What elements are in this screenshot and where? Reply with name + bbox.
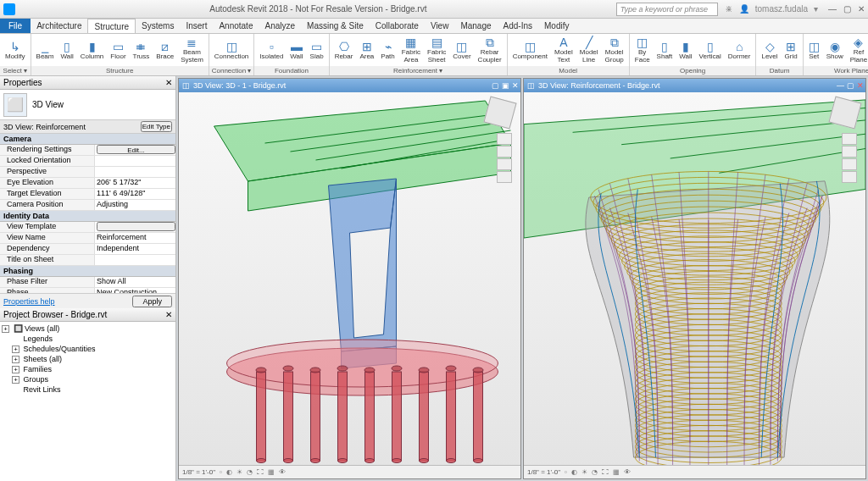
close-button[interactable]: ✕ (858, 4, 865, 14)
tab-analyze[interactable]: Analyze (259, 19, 301, 33)
vp-close[interactable]: ✕ (857, 81, 864, 90)
ribbon-modify[interactable]: ↳Modify (3, 40, 28, 61)
tab-annotate[interactable]: Annotate (213, 19, 259, 33)
prop-perspective[interactable]: Perspective (0, 167, 175, 178)
tree-views-all-[interactable]: + 🔲 Views (all) (2, 323, 174, 334)
render-icon[interactable]: ⛶ (257, 468, 264, 476)
prop-view-name[interactable]: View NameReinforcement (0, 233, 175, 244)
tab-add-ins[interactable]: Add-Ins (498, 19, 538, 33)
shadow-icon[interactable]: ◔ (592, 468, 598, 476)
help-icon[interactable]: ▾ (814, 4, 818, 14)
minimize-button[interactable]: — (828, 4, 837, 14)
ribbon-by-face[interactable]: ◫ByFace (632, 36, 653, 64)
ribbon-rebar[interactable]: ⎔Rebar (332, 40, 356, 61)
style-icon[interactable]: ◐ (226, 468, 232, 476)
tab-architecture[interactable]: Architecture (31, 19, 87, 33)
ribbon-dormer[interactable]: ⌂Dormer (726, 40, 754, 61)
vp-left-canvas[interactable] (179, 92, 520, 465)
ribbon-path[interactable]: ⌁Path (378, 40, 397, 61)
ribbon-wall[interactable]: ▬Wall (287, 40, 305, 61)
tab-view[interactable]: View (425, 19, 455, 33)
ribbon-set[interactable]: ◫Set (806, 40, 822, 61)
ribbon-cover[interactable]: ◫Cover (450, 40, 473, 61)
nav-bar[interactable] (497, 133, 512, 183)
ribbon-beam[interactable]: ⎯Beam (34, 40, 57, 61)
vp-min[interactable]: — (837, 81, 844, 90)
tree-legends[interactable]: Legends (2, 334, 174, 344)
project-tree[interactable]: + 🔲 Views (all) Legends+ Schedules/Quant… (0, 322, 175, 481)
ribbon-level[interactable]: ◇Level (759, 40, 780, 61)
hide-icon[interactable]: 👁 (624, 468, 631, 476)
tree-families[interactable]: + Families (2, 364, 174, 374)
detail-icon[interactable]: ▫ (220, 468, 222, 476)
prop-target-elevation[interactable]: Target Elevation111' 6 49/128" (0, 189, 175, 200)
prop-title-on-sheet[interactable]: Title on Sheet (0, 255, 175, 266)
ribbon-model-text[interactable]: AModelText (552, 36, 576, 64)
ribbon-show[interactable]: ◉Show (824, 40, 846, 61)
search-input[interactable]: Type a keyword or phrase (616, 3, 718, 16)
ribbon-floor[interactable]: ▭Floor (108, 40, 128, 61)
vp-left-scale[interactable]: 1/8" = 1'-0" (182, 468, 215, 476)
sun-icon[interactable]: ☀ (581, 468, 587, 476)
crop-icon[interactable]: ▦ (613, 468, 620, 476)
ribbon-shaft[interactable]: ▯Shaft (654, 40, 676, 61)
properties-close-icon[interactable]: ✕ (165, 78, 172, 87)
prop-locked-orientation[interactable]: Locked Orientation (0, 156, 175, 167)
subscription-icon[interactable]: ⛯ (725, 4, 733, 14)
file-menu[interactable]: File (0, 19, 31, 33)
tree-groups[interactable]: + Groups (2, 374, 174, 384)
vp-max[interactable]: ▣ (502, 81, 509, 90)
vp-close[interactable]: ✕ (512, 81, 519, 90)
sun-icon[interactable]: ☀ (236, 468, 242, 476)
nav-bar[interactable] (842, 133, 857, 183)
tab-collaborate[interactable]: Collaborate (370, 19, 425, 33)
ribbon-wall[interactable]: ▮Wall (676, 40, 694, 61)
properties-type-selector[interactable]: ⬜ 3D View (0, 90, 175, 120)
vp-min[interactable]: ▢ (492, 81, 499, 90)
prop-camera-position[interactable]: Camera PositionAdjusting (0, 200, 175, 211)
prop-dependency[interactable]: DependencyIndependent (0, 244, 175, 255)
prop-eye-elevation[interactable]: Eye Elevation206' 5 17/32" (0, 178, 175, 189)
crop-icon[interactable]: ▦ (268, 468, 275, 476)
render-icon[interactable]: ⛶ (602, 468, 609, 476)
style-icon[interactable]: ◐ (571, 468, 577, 476)
vp-right-scale[interactable]: 1/8" = 1'-0" (527, 468, 560, 476)
tab-insert[interactable]: Insert (180, 19, 213, 33)
vp-right-canvas[interactable] (524, 92, 865, 465)
ribbon-wall[interactable]: ▯Wall (58, 40, 75, 61)
hide-icon[interactable]: 👁 (279, 468, 286, 476)
tab-massing-site[interactable]: Massing & Site (301, 19, 370, 33)
vp-max[interactable]: ▢ (847, 81, 854, 90)
tree-revit-links[interactable]: Revit Links (2, 384, 174, 395)
tab-systems[interactable]: Systems (136, 19, 180, 33)
browser-close-icon[interactable]: ✕ (165, 310, 172, 319)
maximize-button[interactable]: ▢ (843, 4, 851, 14)
ribbon-model-group[interactable]: ⧉ModelGroup (603, 36, 626, 64)
tab-structure[interactable]: Structure (87, 19, 136, 33)
ribbon-area[interactable]: ⊞Area (357, 40, 376, 61)
ribbon-component[interactable]: ◫Component (510, 40, 550, 61)
detail-icon[interactable]: ▫ (565, 468, 567, 476)
edit-type-button[interactable]: Edit Type (141, 121, 172, 132)
tree-sheets-all-[interactable]: + Sheets (all) (2, 354, 174, 364)
tab-manage[interactable]: Manage (454, 19, 497, 33)
ribbon-column[interactable]: ▮Column (78, 40, 107, 61)
ribbon-fabric-area[interactable]: ▦FabricArea (399, 36, 423, 64)
properties-help-link[interactable]: Properties help (3, 297, 55, 306)
ribbon-brace[interactable]: ⧄Brace (153, 40, 176, 61)
ribbon-model-line[interactable]: ╱ModelLine (577, 36, 601, 64)
ribbon-slab[interactable]: ▭Slab (308, 40, 326, 61)
signin-icon[interactable]: 👤 (739, 4, 749, 14)
ribbon-truss[interactable]: ⩨Truss (131, 40, 153, 61)
ribbon-connection[interactable]: ◫Connection (212, 40, 251, 61)
tree-schedules-quantities[interactable]: + Schedules/Quantities (2, 344, 174, 354)
ribbon-isolated[interactable]: ▫Isolated (257, 40, 286, 61)
ribbon-vertical[interactable]: ▯Vertical (697, 40, 724, 61)
ribbon-fabric-sheet[interactable]: ▤FabricSheet (425, 36, 448, 64)
apply-button[interactable]: Apply (132, 296, 172, 307)
ribbon-ref-plane[interactable]: ◈RefPlane (848, 36, 868, 64)
ribbon-grid[interactable]: ⊞Grid (782, 40, 800, 61)
shadow-icon[interactable]: ◔ (247, 468, 253, 476)
prop-rendering-settings[interactable]: Rendering SettingsEdit... (0, 145, 175, 156)
ribbon-beam-system[interactable]: ≣BeamSystem (178, 36, 206, 64)
